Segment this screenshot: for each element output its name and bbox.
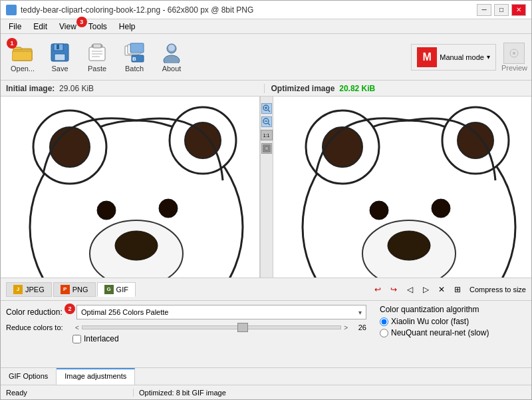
interlaced-checkbox[interactable]: [72, 335, 81, 343]
interlaced-label: Interlaced: [84, 334, 119, 343]
image-info-bar: Initial image: 29.06 KiB Optimized image…: [1, 81, 531, 97]
reduce-colors-label: Reduce colors to:: [6, 323, 72, 331]
svg-point-28: [50, 127, 90, 167]
options-area: Color reduction: 2 Optimal 256 Colors Pa…: [1, 301, 531, 367]
colors-slider[interactable]: [82, 325, 341, 329]
batch-icon: B: [124, 42, 145, 63]
toolbar-right: M Manual mode ▾ Preview: [411, 43, 527, 72]
svg-line-41: [268, 123, 270, 125]
bottom-area: J JPEG P PNG G GIF ↩ ↪ ◁ ▷ ✕ ⊞ Comp: [1, 278, 531, 399]
about-button[interactable]: About: [154, 37, 190, 77]
previous-icon[interactable]: ◁: [403, 283, 416, 296]
svg-point-33: [97, 201, 116, 220]
tab-png[interactable]: P PNG: [53, 282, 96, 297]
svg-point-47: [323, 127, 362, 167]
app-icon: [6, 5, 17, 15]
next-icon[interactable]: ▷: [419, 283, 432, 296]
slider-value: 26: [350, 323, 366, 331]
neuquant-radio[interactable]: [380, 329, 388, 337]
tab-gif[interactable]: G GIF: [97, 282, 136, 297]
xiaolin-radio-row: Xiaolin Wu color (fast): [380, 317, 526, 326]
optimized-bear-svg: [276, 97, 529, 278]
svg-rect-10: [93, 44, 101, 48]
initial-image-info: Initial image: 29.06 KiB: [6, 84, 261, 93]
neuquant-radio-row: NeuQuant neural-net (slow): [380, 328, 526, 337]
quantization-label: Color quantization algorithm: [380, 305, 526, 314]
xiaolin-radio[interactable]: [380, 317, 388, 326]
zoom-out-icon[interactable]: [261, 116, 272, 127]
menu-help[interactable]: Help: [114, 21, 141, 33]
svg-point-49: [458, 122, 493, 158]
close-button[interactable]: ✕: [511, 4, 526, 16]
svg-rect-7: [57, 45, 59, 49]
paste-button[interactable]: Paste: [79, 37, 115, 77]
batch-label: Batch: [125, 65, 144, 73]
preview-button[interactable]: Preview: [501, 43, 527, 72]
about-label: About: [162, 65, 182, 73]
original-image-canvas[interactable]: [1, 97, 259, 278]
svg-rect-6: [55, 54, 65, 61]
menu-edit[interactable]: Edit: [28, 21, 53, 33]
paste-icon: [86, 42, 108, 63]
save-label: Save: [51, 65, 68, 73]
batch-button[interactable]: B Batch: [116, 37, 152, 77]
view-menu-badge: 3: [76, 17, 87, 27]
zoom-in-icon[interactable]: [261, 103, 272, 114]
gif-icon: G: [104, 285, 114, 294]
neuquant-label: NeuQuant neural-net (slow): [391, 328, 489, 337]
menu-tools[interactable]: Tools: [83, 21, 112, 33]
options-left: Color reduction: 2 Optimal 256 Colors Pa…: [6, 305, 366, 363]
svg-point-21: [168, 45, 175, 51]
svg-point-32: [115, 231, 158, 260]
jpeg-icon: J: [13, 285, 23, 294]
manual-mode-button[interactable]: M Manual mode ▾: [411, 44, 496, 71]
color-reduction-label: Color reduction:: [6, 307, 72, 317]
main-image-area: 1:1: [1, 97, 531, 278]
gif-options-tab[interactable]: GIF Options: [1, 368, 57, 385]
png-icon: P: [61, 285, 70, 294]
gif-label: GIF: [116, 286, 128, 294]
delete-icon[interactable]: ✕: [435, 283, 448, 296]
undo-icon[interactable]: ↩: [371, 283, 384, 296]
fit-icon[interactable]: [261, 143, 272, 154]
window-controls: ─ □ ✕: [477, 4, 526, 16]
optimized-image-canvas[interactable]: [273, 97, 532, 278]
jpeg-label: JPEG: [25, 286, 45, 294]
redo-icon[interactable]: ↪: [387, 283, 400, 296]
svg-rect-43: [265, 146, 269, 150]
main-window: teddy-bear-clipart-coloring-book-12.png …: [0, 0, 532, 400]
original-image-panel: [1, 97, 260, 278]
toolbar: 1 Open... Save: [1, 34, 531, 81]
tab-jpeg[interactable]: J JPEG: [6, 282, 52, 297]
menu-file[interactable]: File: [3, 21, 27, 33]
image-adjustments-tab[interactable]: Image adjustments: [57, 368, 135, 385]
interlaced-row: Interlaced: [6, 334, 366, 343]
svg-text:B: B: [132, 56, 136, 62]
color-reduction-dropdown[interactable]: Optimal 256 Colors Palette ▾: [76, 305, 366, 319]
manual-mode-label: Manual mode: [440, 53, 484, 61]
svg-line-38: [268, 110, 270, 112]
minimize-button[interactable]: ─: [477, 4, 491, 16]
save-button[interactable]: Save: [42, 37, 78, 77]
xiaolin-label: Xiaolin Wu color (fast): [391, 317, 469, 326]
compress-to-size-label: Compress to size: [469, 286, 526, 294]
png-label: PNG: [72, 286, 88, 294]
dropdown-caret-icon: ▾: [358, 309, 362, 316]
optimized-image-label: Optimized image: [271, 84, 335, 93]
format-tabs: J JPEG P PNG G GIF: [6, 282, 136, 297]
color-reduction-badge: 2: [65, 303, 75, 314]
initial-image-label: Initial image:: [6, 84, 55, 93]
svg-point-53: [432, 199, 450, 218]
title-bar-left: teddy-bear-clipart-coloring-book-12.png …: [6, 5, 253, 15]
slider-lt-icon: <: [75, 324, 79, 331]
open-button[interactable]: 1 Open...: [5, 37, 41, 77]
bottom-option-tabs: GIF Options Image adjustments: [1, 367, 531, 385]
slider-thumb[interactable]: [237, 323, 248, 332]
optimized-image-panel: [273, 97, 532, 278]
initial-image-size: 29.06 KiB: [59, 84, 94, 93]
grid-icon[interactable]: ⊞: [451, 283, 464, 296]
menu-view[interactable]: View 3: [54, 21, 82, 33]
actual-size-icon[interactable]: 1:1: [261, 130, 273, 140]
maximize-button[interactable]: □: [494, 4, 509, 16]
open-button-badge: 1: [7, 38, 17, 49]
